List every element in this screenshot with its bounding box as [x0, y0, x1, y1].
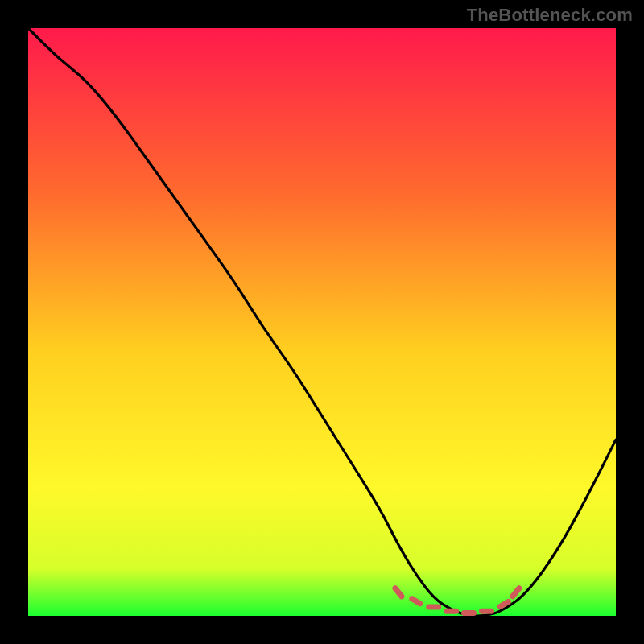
chart-svg	[0, 0, 644, 644]
bottleneck-chart: TheBottleneck.com	[0, 0, 644, 644]
watermark-text: TheBottleneck.com	[467, 5, 633, 26]
